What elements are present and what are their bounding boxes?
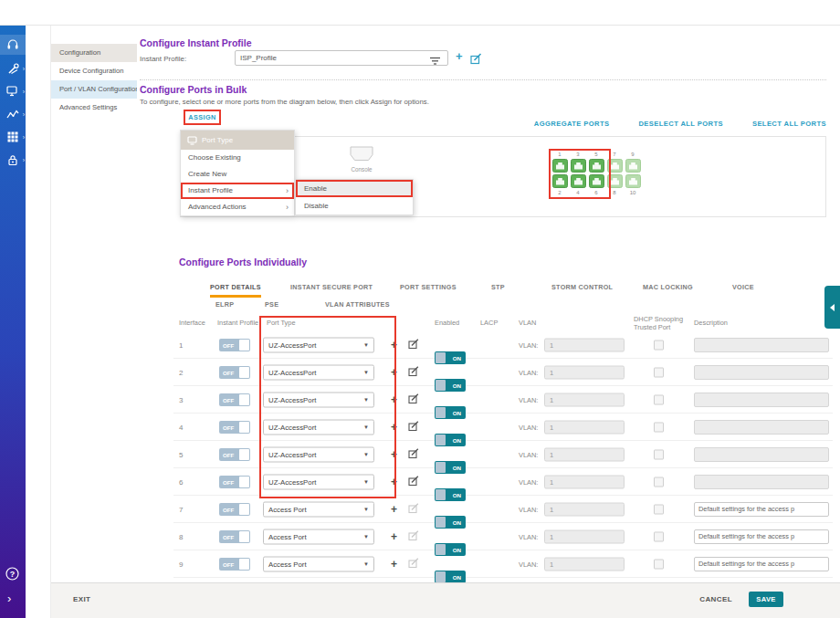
analytics-activity-icon[interactable]: › bbox=[0, 104, 26, 124]
description-input[interactable]: Default settings for the access p bbox=[694, 529, 829, 544]
description-input[interactable] bbox=[694, 447, 829, 462]
exit-button[interactable]: EXIT bbox=[73, 595, 90, 603]
menu-item-instant-profile[interactable]: Instant Profile› bbox=[181, 183, 294, 199]
edit-port-type-icon[interactable] bbox=[408, 446, 419, 463]
description-input[interactable]: Default settings for the access p bbox=[694, 557, 829, 571]
submenu-item-enable[interactable]: Enable bbox=[296, 180, 413, 197]
add-port-type-plus-icon[interactable]: + bbox=[391, 393, 397, 406]
tab-pse[interactable]: PSE bbox=[265, 300, 278, 312]
instant-profile-toggle[interactable]: OFF bbox=[219, 339, 250, 351]
security-lock-icon[interactable]: › bbox=[0, 150, 26, 170]
tab-storm-control[interactable]: STORM CONTROL bbox=[551, 283, 613, 295]
port-9[interactable] bbox=[625, 158, 641, 173]
add-profile-plus-icon[interactable]: + bbox=[456, 49, 463, 63]
tab-vlan-attributes[interactable]: VLAN ATTRIBUTES bbox=[325, 300, 390, 312]
tab-stp[interactable]: STP bbox=[491, 283, 505, 295]
cancel-button[interactable]: CANCEL bbox=[699, 595, 732, 603]
port-7[interactable] bbox=[607, 158, 623, 173]
save-button[interactable]: SAVE bbox=[749, 592, 783, 607]
dhcp-snooping-checkbox[interactable] bbox=[654, 340, 664, 350]
link-aggregate-ports[interactable]: AGGREGATE PORTS bbox=[534, 120, 610, 128]
port-type-select[interactable]: Access Port bbox=[263, 529, 374, 544]
add-port-type-plus-icon[interactable]: + bbox=[391, 339, 397, 351]
menu-item-choose-existing[interactable]: Choose Existing bbox=[181, 150, 294, 166]
instant-profile-toggle[interactable]: OFF bbox=[219, 503, 250, 516]
add-port-type-plus-icon[interactable]: + bbox=[391, 448, 397, 461]
enabled-toggle[interactable]: ON bbox=[435, 571, 466, 583]
menu-item-advanced-actions[interactable]: Advanced Actions› bbox=[181, 199, 294, 215]
description-input[interactable] bbox=[694, 365, 829, 380]
menu-item-create-new[interactable]: Create New bbox=[181, 166, 294, 183]
port-3-selected[interactable] bbox=[571, 158, 586, 173]
instant-profile-toggle[interactable]: OFF bbox=[219, 476, 250, 488]
description-input[interactable] bbox=[694, 475, 829, 489]
link-select-all-ports[interactable]: SELECT ALL PORTS bbox=[752, 120, 826, 128]
description-input[interactable]: Default settings for the access p bbox=[694, 502, 829, 517]
nav-item-advanced-settings[interactable]: Advanced Settings bbox=[51, 99, 137, 117]
port-type-select[interactable]: Access Port bbox=[263, 501, 374, 517]
add-port-type-plus-icon[interactable]: + bbox=[391, 421, 397, 434]
side-flyout-toggle[interactable] bbox=[824, 286, 840, 329]
support-headset-icon[interactable] bbox=[0, 35, 26, 55]
port-type-select[interactable]: UZ-AccessPort bbox=[263, 364, 374, 380]
dhcp-snooping-checkbox[interactable] bbox=[654, 422, 664, 432]
port-type-select[interactable]: UZ-AccessPort bbox=[263, 392, 374, 407]
port-type-select[interactable]: UZ-AccessPort bbox=[263, 474, 374, 489]
port-type-select[interactable]: UZ-AccessPort bbox=[263, 419, 374, 435]
instant-profile-toggle[interactable]: OFF bbox=[219, 448, 250, 461]
description-input[interactable] bbox=[694, 420, 829, 435]
nav-item-configuration[interactable]: Configuration bbox=[51, 44, 137, 62]
vlan-input[interactable]: 1 bbox=[544, 475, 625, 488]
tab-elrp[interactable]: ELRP bbox=[215, 300, 234, 312]
link-deselect-all-ports[interactable]: DESELECT ALL PORTS bbox=[638, 120, 722, 128]
nav-item-device-configuration[interactable]: Device Configuration bbox=[51, 62, 137, 80]
tab-voice[interactable]: VOICE bbox=[732, 283, 754, 295]
port-type-select[interactable]: UZ-AccessPort bbox=[263, 337, 374, 352]
apps-grid-icon[interactable]: › bbox=[0, 127, 26, 147]
configure-tools-icon[interactable]: › bbox=[0, 58, 26, 79]
vlan-input[interactable]: 1 bbox=[544, 502, 625, 516]
edit-port-type-icon[interactable] bbox=[408, 419, 419, 435]
port-10[interactable] bbox=[625, 173, 641, 189]
add-port-type-plus-icon[interactable]: + bbox=[391, 558, 397, 571]
tab-port-details[interactable]: PORT DETAILS bbox=[210, 283, 261, 298]
vlan-input[interactable]: 1 bbox=[544, 420, 625, 434]
edit-port-type-icon[interactable] bbox=[408, 337, 419, 353]
dhcp-snooping-checkbox[interactable] bbox=[654, 394, 664, 404]
vlan-input[interactable]: 1 bbox=[544, 365, 625, 379]
port-5-selected[interactable] bbox=[589, 158, 604, 173]
tab-instant-secure-port[interactable]: INSTANT SECURE PORT bbox=[290, 283, 373, 295]
add-port-type-plus-icon[interactable]: + bbox=[391, 476, 397, 488]
port-8[interactable] bbox=[607, 173, 623, 189]
dhcp-snooping-checkbox[interactable] bbox=[654, 367, 664, 377]
tab-port-settings[interactable]: PORT SETTINGS bbox=[400, 283, 457, 295]
instant-profile-toggle[interactable]: OFF bbox=[219, 558, 250, 571]
sidebar-expand-chevron-icon[interactable]: › bbox=[7, 592, 11, 605]
instant-profile-input[interactable]: ISP_Profile bbox=[235, 50, 448, 66]
edit-port-type-icon[interactable] bbox=[408, 392, 419, 408]
edit-profile-icon[interactable] bbox=[470, 52, 482, 68]
add-port-type-plus-icon[interactable]: + bbox=[391, 503, 397, 516]
port-2-selected[interactable] bbox=[552, 173, 568, 189]
instant-profile-toggle[interactable]: OFF bbox=[219, 393, 250, 406]
add-port-type-plus-icon[interactable]: + bbox=[391, 366, 397, 379]
edit-port-type-icon[interactable] bbox=[408, 474, 419, 490]
description-input[interactable] bbox=[694, 393, 829, 407]
nav-item-port-vlan-configuration[interactable]: Port / VLAN Configuration bbox=[51, 80, 137, 99]
assign-button[interactable]: ASSIGN bbox=[184, 110, 221, 125]
tab-mac-locking[interactable]: MAC LOCKING bbox=[643, 283, 693, 295]
dhcp-snooping-checkbox[interactable] bbox=[654, 449, 664, 459]
edit-port-type-icon[interactable] bbox=[408, 364, 419, 381]
dhcp-snooping-checkbox[interactable] bbox=[654, 559, 664, 569]
instant-profile-toggle[interactable]: OFF bbox=[219, 421, 250, 434]
help-icon[interactable]: ? bbox=[5, 567, 19, 584]
dhcp-snooping-checkbox[interactable] bbox=[654, 477, 664, 487]
submenu-item-disable[interactable]: Disable bbox=[296, 197, 413, 215]
filter-icon[interactable] bbox=[429, 53, 441, 69]
vlan-input[interactable]: 1 bbox=[544, 393, 625, 406]
port-6-selected[interactable] bbox=[589, 173, 604, 189]
port-4-selected[interactable] bbox=[571, 173, 586, 189]
port-type-select[interactable]: Access Port bbox=[263, 556, 374, 571]
vlan-input[interactable]: 1 bbox=[544, 338, 625, 351]
port-type-select[interactable]: UZ-AccessPort bbox=[263, 446, 374, 462]
